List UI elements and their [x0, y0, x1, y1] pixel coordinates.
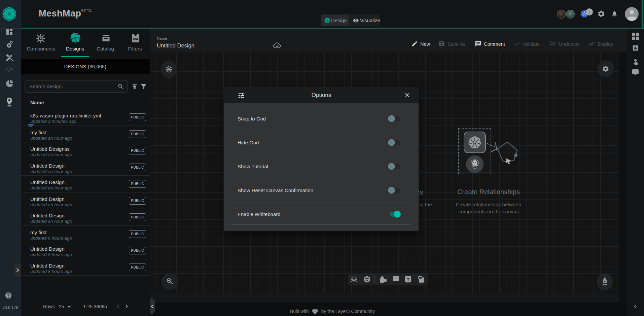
svg-text:T: T [407, 277, 410, 282]
svg-text:WA: WA [133, 37, 139, 41]
